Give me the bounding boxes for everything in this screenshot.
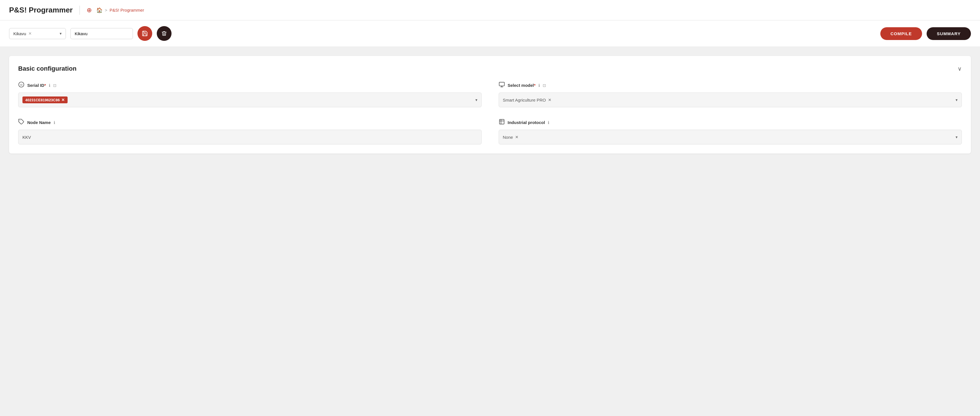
industrial-protocol-label-row: Industrial protocol ℹ xyxy=(499,119,962,126)
industrial-protocol-clear-icon[interactable]: ✕ xyxy=(515,135,519,139)
serial-id-label-row: ID Serial ID* ℹ ⊡ xyxy=(18,81,482,89)
industrial-protocol-input[interactable]: None ✕ ▾ xyxy=(499,130,962,144)
node-name-value: KKV xyxy=(22,135,477,140)
select-model-label-row: Select model* ℹ ⊡ xyxy=(499,81,962,89)
node-name-label: Node Name xyxy=(27,120,51,125)
serial-id-expand-icon[interactable]: ⊡ xyxy=(53,83,57,88)
profile-select-chevron-icon: ▾ xyxy=(60,31,62,36)
svg-text:ID: ID xyxy=(20,84,22,86)
industrial-protocol-value: None xyxy=(503,135,513,140)
industrial-protocol-icon xyxy=(499,119,505,126)
select-model-field: Select model* ℹ ⊡ Smart Agriculture PRO … xyxy=(499,81,962,107)
select-model-label: Select model* xyxy=(508,83,536,88)
user-icon: ⊕ xyxy=(87,6,92,14)
select-model-required: * xyxy=(534,83,536,88)
industrial-protocol-field: Industrial protocol ℹ None ✕ ▾ xyxy=(499,119,962,144)
node-name-field: Node Name ℹ KKV xyxy=(18,119,482,144)
compile-button[interactable]: COMPILE xyxy=(880,27,922,40)
serial-id-field: ID Serial ID* ℹ ⊡ 40231CE819623C86 ✕ ▾ xyxy=(18,81,482,107)
section-header: Basic configuration ∨ xyxy=(18,65,962,72)
summary-button[interactable]: SUMMARY xyxy=(927,27,971,40)
node-name-label-row: Node Name ℹ xyxy=(18,119,482,126)
serial-id-tag-value: 40231CE819623C86 xyxy=(25,98,60,102)
serial-id-label: Serial ID* xyxy=(27,83,46,88)
breadcrumb-separator: > xyxy=(105,8,107,13)
profile-select[interactable]: Kikavu ✕ ▾ xyxy=(9,28,66,39)
section-title: Basic configuration xyxy=(18,65,76,72)
select-model-input[interactable]: Smart Agriculture PRO ✕ ▾ xyxy=(499,92,962,107)
node-name-icon xyxy=(18,119,24,126)
toolbar: Kikavu ✕ ▾ COMPILE SUMMARY xyxy=(0,21,980,47)
breadcrumb-home-icon[interactable]: 🏠 xyxy=(96,7,102,13)
svg-rect-2 xyxy=(499,82,504,86)
select-model-value: Smart Agriculture PRO xyxy=(503,98,546,102)
save-icon xyxy=(142,30,148,37)
serial-id-required: * xyxy=(44,83,46,88)
basic-config-section: Basic configuration ∨ ID Serial ID* ℹ ⊡ xyxy=(9,56,971,154)
select-model-clear-icon[interactable]: ✕ xyxy=(548,98,552,102)
header: P&S! Programmer ⊕ 🏠 > P&S! Programmer xyxy=(0,0,980,21)
save-button[interactable] xyxy=(137,26,152,41)
collapse-icon[interactable]: ∨ xyxy=(958,65,962,72)
node-name-info-icon[interactable]: ℹ xyxy=(54,120,55,125)
breadcrumb: 🏠 > P&S! Programmer xyxy=(96,7,144,13)
serial-id-dropdown-chevron-icon: ▾ xyxy=(476,98,477,102)
serial-id-tag: 40231CE819623C86 ✕ xyxy=(22,97,68,103)
app-title: P&S! Programmer xyxy=(9,6,73,14)
select-model-expand-icon[interactable]: ⊡ xyxy=(542,83,546,88)
node-name-input[interactable]: KKV xyxy=(18,130,482,144)
main-content: Basic configuration ∨ ID Serial ID* ℹ ⊡ xyxy=(0,47,980,163)
select-model-icon xyxy=(499,81,505,89)
header-divider xyxy=(80,6,80,15)
industrial-protocol-info-icon[interactable]: ℹ xyxy=(548,120,549,125)
industrial-protocol-chevron-icon: ▾ xyxy=(956,135,958,139)
serial-id-info-icon[interactable]: ℹ xyxy=(49,83,50,88)
profile-select-clear[interactable]: ✕ xyxy=(29,31,32,36)
select-model-chevron-icon: ▾ xyxy=(956,98,958,102)
select-model-info-icon[interactable]: ℹ xyxy=(538,83,540,88)
serial-id-icon: ID xyxy=(18,81,24,89)
industrial-protocol-label: Industrial protocol xyxy=(508,120,545,125)
serial-id-tag-remove[interactable]: ✕ xyxy=(61,98,65,102)
profile-select-value: Kikavu xyxy=(13,31,26,36)
serial-id-input[interactable]: 40231CE819623C86 ✕ ▾ xyxy=(18,92,482,107)
profile-name-input[interactable] xyxy=(70,28,133,39)
form-grid: ID Serial ID* ℹ ⊡ 40231CE819623C86 ✕ ▾ xyxy=(18,81,962,144)
breadcrumb-current: P&S! Programmer xyxy=(110,8,144,13)
delete-icon xyxy=(161,31,167,37)
delete-button[interactable] xyxy=(157,26,172,41)
